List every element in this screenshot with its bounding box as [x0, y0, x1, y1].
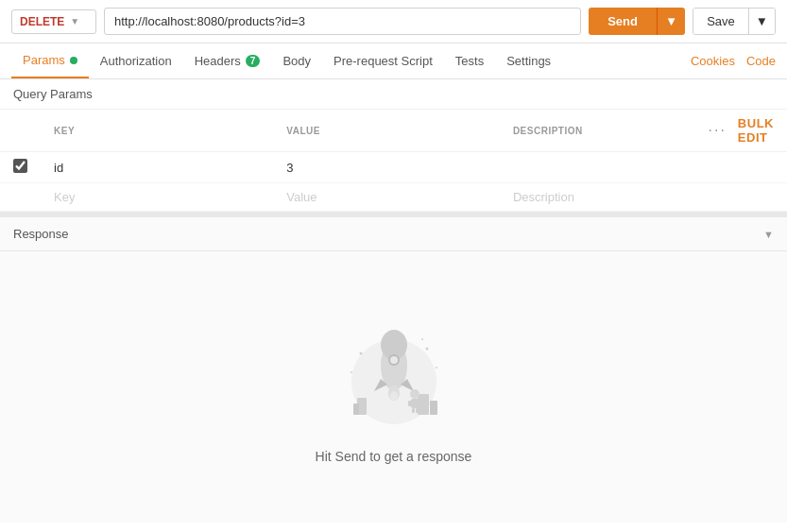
tab-prerequest[interactable]: Pre-request Script — [322, 44, 444, 77]
more-options-button[interactable]: ··· — [705, 122, 730, 139]
empty-row-checkbox-cell — [0, 183, 41, 212]
empty-row: Key Value Description — [0, 183, 787, 212]
svg-point-20 — [436, 367, 437, 369]
tab-settings-label: Settings — [506, 54, 551, 68]
save-dropdown-button[interactable]: ▼ — [748, 9, 775, 34]
method-select[interactable]: DELETE ▼ — [11, 9, 96, 34]
empty-description-cell[interactable]: Description — [500, 183, 692, 212]
row-description-cell[interactable] — [500, 152, 692, 183]
row-key-cell[interactable]: id — [41, 152, 273, 183]
query-params-header: Query Params — [0, 79, 787, 110]
params-active-dot — [70, 57, 77, 64]
response-chevron-icon: ▼ — [763, 229, 774, 240]
svg-point-6 — [390, 391, 398, 401]
code-link[interactable]: Code — [746, 54, 776, 68]
svg-rect-15 — [412, 408, 415, 413]
tab-authorization-label: Authorization — [100, 54, 172, 68]
empty-description-placeholder: Description — [513, 190, 574, 204]
send-dropdown-icon: ▼ — [665, 14, 677, 28]
send-dropdown-button[interactable]: ▼ — [657, 8, 685, 35]
tab-nav: Params Authorization Headers 7 Body Pre-… — [0, 43, 787, 79]
response-header[interactable]: Response ▼ — [0, 217, 787, 251]
query-params-label: Query Params — [13, 87, 93, 101]
tab-tests-label: Tests — [455, 54, 484, 68]
svg-rect-14 — [419, 401, 422, 406]
empty-value-placeholder: Value — [286, 190, 317, 204]
response-title: Response — [13, 227, 69, 241]
tab-params-label: Params — [23, 53, 65, 67]
cookies-link[interactable]: Cookies — [691, 54, 735, 68]
tab-headers-label: Headers — [195, 54, 241, 68]
svg-rect-8 — [353, 403, 359, 415]
row-checkbox[interactable] — [13, 159, 27, 173]
th-key: KEY — [41, 110, 273, 152]
url-input[interactable] — [104, 8, 581, 35]
svg-point-19 — [351, 371, 352, 373]
response-empty-state: Hit Send to get a response — [0, 251, 787, 523]
main-content: Query Params KEY VALUE DESCRIPTION — [0, 79, 787, 523]
method-chevron-icon: ▼ — [70, 16, 79, 26]
response-area: Response ▼ — [0, 212, 787, 523]
tab-prerequest-label: Pre-request Script — [334, 54, 433, 68]
tab-body[interactable]: Body — [271, 44, 322, 77]
tab-authorization[interactable]: Authorization — [89, 44, 183, 77]
row-value-value: 3 — [286, 161, 293, 175]
tab-nav-right: Cookies Code — [691, 54, 776, 68]
table-header-row: KEY VALUE DESCRIPTION ··· Bulk Edit — [0, 110, 787, 152]
save-button-group: Save ▼ — [693, 8, 776, 35]
send-button-group: Send ▼ — [589, 8, 685, 35]
svg-point-17 — [359, 352, 362, 354]
svg-point-11 — [410, 389, 419, 399]
params-table: KEY VALUE DESCRIPTION ··· Bulk Edit — [0, 110, 787, 212]
bulk-edit-link[interactable]: Bulk Edit — [738, 116, 774, 145]
th-description: DESCRIPTION — [500, 110, 692, 152]
tab-tests[interactable]: Tests — [444, 44, 495, 77]
response-empty-text: Hit Send to get a response — [316, 449, 472, 464]
tab-headers[interactable]: Headers 7 — [183, 44, 272, 77]
table-row: id 3 — [0, 152, 787, 183]
params-area: Query Params KEY VALUE DESCRIPTION — [0, 79, 787, 212]
empty-value-cell[interactable]: Value — [273, 183, 500, 212]
send-button[interactable]: Send — [589, 8, 657, 35]
method-label: DELETE — [20, 15, 64, 28]
th-checkbox — [0, 110, 41, 152]
empty-key-cell[interactable]: Key — [41, 183, 273, 212]
svg-rect-13 — [408, 401, 412, 406]
svg-point-18 — [425, 347, 428, 350]
th-value: VALUE — [273, 110, 500, 152]
top-bar: DELETE ▼ Send ▼ Save ▼ — [0, 0, 787, 43]
headers-badge: 7 — [246, 55, 261, 67]
save-dropdown-icon: ▼ — [756, 14, 768, 28]
svg-rect-12 — [411, 399, 419, 408]
svg-rect-16 — [416, 408, 419, 413]
rocket-illustration — [333, 311, 455, 434]
svg-point-4 — [390, 356, 398, 364]
row-checkbox-cell[interactable] — [0, 152, 41, 183]
empty-key-placeholder: Key — [54, 190, 75, 204]
tab-body-label: Body — [282, 54, 311, 68]
save-button[interactable]: Save — [693, 9, 748, 34]
tab-params[interactable]: Params — [11, 43, 89, 78]
th-actions: ··· Bulk Edit — [692, 110, 787, 152]
svg-point-21 — [421, 338, 423, 340]
row-key-value: id — [54, 161, 63, 175]
empty-actions-cell — [692, 183, 787, 212]
svg-rect-10 — [430, 401, 437, 415]
row-value-cell[interactable]: 3 — [273, 152, 500, 183]
row-actions-cell — [692, 152, 787, 183]
tab-settings[interactable]: Settings — [495, 44, 562, 77]
